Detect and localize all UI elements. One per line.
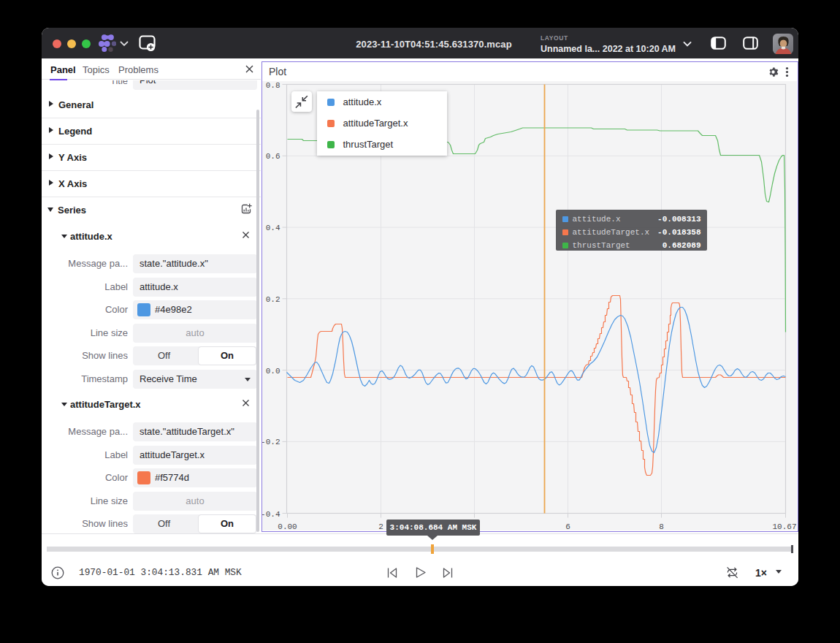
svg-text:-0.4: -0.4 <box>262 510 280 519</box>
svg-text:-0.2: -0.2 <box>262 438 280 446</box>
svg-text:2: 2 <box>378 522 383 531</box>
svg-text:6: 6 <box>565 522 570 531</box>
svg-text:0.6: 0.6 <box>266 152 280 161</box>
svg-text:0.4: 0.4 <box>266 224 280 232</box>
svg-text:10.67: 10.67 <box>772 522 796 531</box>
svg-text:0.8: 0.8 <box>266 81 280 90</box>
svg-text:8: 8 <box>659 522 664 531</box>
svg-text:0.00: 0.00 <box>278 522 297 531</box>
svg-text:0.2: 0.2 <box>266 295 280 304</box>
svg-text:0.0: 0.0 <box>266 367 280 376</box>
